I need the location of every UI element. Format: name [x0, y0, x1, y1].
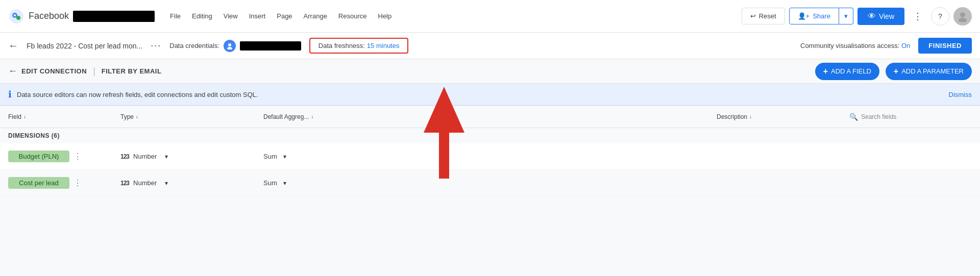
share-button[interactable]: 👤+ Share — [789, 8, 839, 24]
chevron-down-icon: ▾ — [844, 12, 848, 20]
field-cell-2: Cost per lead ⋮ — [8, 177, 120, 189]
menu-resource[interactable]: Resource — [333, 10, 372, 22]
type-cell-1: 123 Number ▾ — [120, 153, 263, 160]
help-button[interactable]: ? — [931, 7, 949, 26]
svg-point-6 — [228, 43, 231, 46]
more-options-button[interactable]: ⋮ — [909, 7, 927, 26]
type-label-1: Number — [133, 153, 157, 160]
redacted-name — [73, 11, 155, 22]
plus-icon-2: + — [894, 67, 898, 76]
person-icon — [226, 42, 233, 49]
agg-cell-2: Sum ▾ — [263, 179, 717, 187]
menu-arrange[interactable]: Arrange — [299, 10, 332, 22]
view-button[interactable]: 👁 View — [857, 8, 904, 25]
data-credentials-label: Data credentials: — [169, 42, 219, 49]
col-header-type: Type ↓ — [120, 113, 263, 120]
data-freshness-value: 15 minutes — [367, 42, 400, 49]
community-access: Community visualisations access: On — [800, 42, 910, 49]
info-icon: ℹ — [8, 89, 12, 100]
menu-editing[interactable]: Editing — [187, 10, 217, 22]
field-sort-icon[interactable]: ↓ — [23, 114, 26, 119]
menu-file[interactable]: File — [165, 10, 186, 22]
menu-page[interactable]: Page — [272, 10, 297, 22]
type-label-2: Number — [133, 179, 157, 187]
agg-cell-1: Sum ▾ — [263, 153, 717, 160]
col-header-field: Field ↓ — [8, 113, 120, 120]
menu-help[interactable]: Help — [373, 10, 397, 22]
field-col-label: Field — [8, 113, 21, 120]
share-caret-button[interactable]: ▾ — [839, 8, 853, 24]
type-number-icon-1: 123 — [120, 153, 129, 160]
data-freshness-box[interactable]: Data freshness: 15 minutes — [309, 38, 409, 54]
app-title: Facebook — [29, 11, 69, 21]
share-icon: 👤+ — [798, 12, 810, 20]
finished-button[interactable]: FINISHED — [918, 38, 972, 54]
agg-col-label: Default Aggreg... — [263, 113, 309, 120]
field-cell-1: Budget (PLN) ⋮ — [8, 150, 120, 162]
type-dropdown-2[interactable]: ▾ — [165, 180, 168, 187]
col-header-description: Description ↓ — [717, 113, 849, 120]
pipe-divider: | — [93, 66, 95, 77]
avatar[interactable] — [953, 7, 972, 26]
type-col-label: Type — [120, 113, 134, 120]
agg-dropdown-2[interactable]: ▾ — [283, 180, 286, 187]
agg-label-1: Sum — [263, 153, 277, 160]
app-logo — [8, 8, 24, 24]
menu-insert[interactable]: Insert — [244, 10, 271, 22]
desc-sort-icon[interactable]: ↓ — [749, 114, 752, 119]
data-freshness-label: Data freshness: — [318, 42, 365, 49]
agg-sort-icon[interactable]: ↓ — [311, 114, 313, 119]
agg-label-2: Sum — [263, 179, 277, 187]
user-icon — [957, 11, 968, 22]
field-chip-cost: Cost per lead — [8, 177, 69, 189]
dismiss-button[interactable]: Dismiss — [949, 91, 972, 98]
logo-area: Facebook — [8, 8, 155, 24]
add-field-button[interactable]: + ADD A FIELD — [815, 63, 879, 80]
back-button[interactable]: ← — [8, 40, 18, 52]
credentials-icon — [224, 40, 236, 52]
col-header-aggregation: Default Aggreg... ↓ — [263, 113, 717, 120]
type-dropdown-1[interactable]: ▾ — [165, 153, 168, 160]
type-cell-2: 123 Number ▾ — [120, 179, 263, 187]
row-options-icon-2[interactable]: ⋮ — [74, 178, 82, 188]
table-row: Cost per lead ⋮ 123 Number ▾ Sum ▾ — [0, 170, 980, 196]
search-fields-area[interactable]: 🔍 Search fields — [849, 113, 972, 121]
back-connection-button[interactable]: ← — [8, 66, 17, 77]
credentials-redacted — [240, 41, 301, 51]
view-label: View — [879, 12, 894, 20]
table-header: Field ↓ Type ↓ Default Aggreg... ↓ Descr… — [0, 106, 980, 128]
svg-point-5 — [959, 18, 967, 22]
plus-icon: + — [823, 67, 828, 76]
add-parameter-button[interactable]: + ADD A PARAMETER — [886, 63, 972, 80]
separator-dots: ··· — [151, 40, 161, 51]
search-icon: 🔍 — [849, 113, 858, 121]
menu-bar: File Editing View Insert Page Arrange Re… — [165, 10, 397, 22]
share-label: Share — [813, 12, 830, 20]
edit-connection-link[interactable]: EDIT CONNECTION — [21, 67, 87, 75]
add-field-label: ADD A FIELD — [831, 67, 871, 75]
reset-button[interactable]: ↩ Reset — [742, 8, 785, 24]
svg-point-7 — [227, 47, 232, 49]
desc-col-label: Description — [717, 113, 747, 120]
info-banner: ℹ Data source editors can now refresh fi… — [0, 84, 980, 106]
data-credentials: Data credentials: — [169, 40, 301, 52]
svg-point-2 — [16, 16, 20, 20]
field-chip-budget: Budget (PLN) — [8, 150, 69, 162]
table-row: Budget (PLN) ⋮ 123 Number ▾ Sum ▾ — [0, 143, 980, 170]
community-access-label: Community visualisations access: — [800, 42, 899, 49]
menu-view[interactable]: View — [218, 10, 243, 22]
breadcrumb: Fb leads 2022 - Cost per lead mon... — [27, 42, 142, 50]
reset-label: Reset — [759, 12, 776, 20]
row-options-icon-1[interactable]: ⋮ — [74, 152, 82, 161]
type-number-icon-2: 123 — [120, 180, 129, 187]
type-sort-icon[interactable]: ↓ — [136, 114, 138, 119]
eye-icon: 👁 — [868, 12, 876, 21]
dimensions-label: DIMENSIONS (6) — [0, 128, 980, 143]
svg-point-4 — [960, 12, 965, 17]
community-access-value: On — [901, 42, 910, 49]
add-parameter-label: ADD A PARAMETER — [901, 67, 964, 75]
agg-dropdown-1[interactable]: ▾ — [283, 153, 286, 160]
info-text: Data source editors can now refresh fiel… — [17, 91, 944, 98]
question-mark-icon: ? — [938, 12, 942, 20]
filter-by-email-link[interactable]: FILTER BY EMAIL — [102, 67, 162, 75]
